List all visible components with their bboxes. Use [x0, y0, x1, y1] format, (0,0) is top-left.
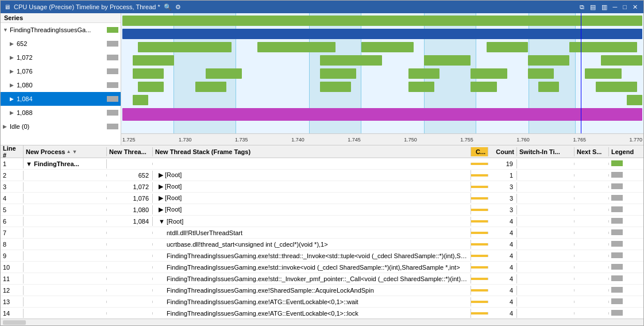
row-cpu — [471, 232, 488, 234]
table-row[interactable]: 3 1,072 ▶ [Root] 3 — [1, 181, 643, 193]
row-switchin — [517, 197, 574, 200]
maximize-button[interactable]: □ — [620, 3, 629, 11]
row-legend — [609, 297, 643, 306]
row-switchin — [517, 209, 574, 211]
table-row[interactable]: 2 652 ▶ [Root] 1 — [1, 170, 643, 181]
series-item-finding[interactable]: ▼ FindingThreadingIssuesGa... — [1, 23, 121, 37]
series-name-idle: Idle (0) — [10, 123, 107, 130]
track-1076 — [122, 54, 642, 67]
series-item-652[interactable]: ▶ 652 — [1, 37, 121, 51]
title-bar-left: 🖥 CPU Usage (Precise) Timeline by Proces… — [4, 3, 181, 11]
row-nexts — [574, 186, 609, 188]
col-header-stack[interactable]: New Thread Stack (Frame Tags) — [153, 147, 471, 156]
restore-button[interactable]: ⧉ — [577, 3, 587, 11]
filter-btn-process[interactable]: ▼ — [72, 149, 77, 155]
row-legend — [609, 194, 643, 203]
row-thread: 1,072 — [107, 182, 153, 191]
row-count: 3 — [488, 182, 517, 191]
row-process: ▼ FindingThrea... — [24, 159, 107, 168]
row-legend — [609, 309, 643, 318]
track-bar-1088b — [627, 95, 642, 105]
series-item-1084[interactable]: ▶ 1,084 — [1, 92, 121, 106]
track-bar-1080f — [528, 68, 554, 79]
series-item-idle[interactable]: ▶ Idle (0) — [1, 120, 121, 133]
row-process — [24, 255, 107, 257]
ruler-mark-3: 1.740 — [291, 137, 304, 143]
table-row[interactable]: 9 FindingThreadingIssuesGaming.exe!std::… — [1, 250, 643, 262]
table-row[interactable]: 10 FindingThreadingIssuesGaming.exe!std:… — [1, 262, 643, 273]
table-row[interactable]: 7 ntdll.dll!RtlUserThreadStart 4 — [1, 227, 643, 239]
table-row[interactable]: 6 1,084 ▼ [Root] 4 — [1, 216, 643, 227]
top-panel: Series ▼ FindingThreadingIssuesGa... ▶ 6… — [1, 13, 643, 145]
legend-swatch-gray — [611, 298, 623, 304]
col-header-count[interactable]: Count — [488, 147, 517, 156]
row-cpu — [471, 220, 488, 223]
col-header-nexts[interactable]: Next S... — [574, 147, 609, 156]
row-stack: FindingThreadingIssuesGaming.exe!std::th… — [153, 251, 471, 260]
horizontal-scrollbar[interactable] — [1, 319, 643, 325]
table-row[interactable]: 11 FindingThreadingIssuesGaming.exe!std:… — [1, 273, 643, 285]
row-nexts — [574, 232, 609, 234]
legend-swatch-gray — [611, 241, 623, 247]
title-bar-buttons: ⧉ ▤ ▥ ─ □ ✕ — [577, 3, 640, 11]
table-row[interactable]: 12 FindingThreadingIssuesGaming.exe!Shar… — [1, 285, 643, 296]
table-row[interactable]: 13 FindingThreadingIssuesGaming.exe!ATG:… — [1, 296, 643, 308]
col-header-cpu[interactable]: C... — [471, 147, 488, 156]
table-row[interactable]: 8 ucrtbase.dll!thread_start<unsigned int… — [1, 239, 643, 250]
table-body[interactable]: 1 ▼ FindingThrea... 19 2 652 ▶ [Root] 1 — [1, 158, 643, 319]
row-cpu — [471, 186, 488, 188]
series-name-1076: 1,076 — [17, 68, 107, 75]
scrollbar-thumb[interactable] — [3, 320, 26, 325]
gear-icon[interactable]: ⚙ — [175, 3, 181, 11]
tile-v-button[interactable]: ▥ — [599, 3, 610, 11]
minimize-button[interactable]: ─ — [611, 3, 620, 11]
col-header-switchin[interactable]: Switch-In Ti... — [517, 147, 574, 156]
table-row[interactable]: 4 1,076 ▶ [Root] 3 — [1, 193, 643, 204]
col-header-thread[interactable]: New Threa... — [107, 147, 153, 156]
row-cpu — [471, 266, 488, 269]
row-line: 8 — [1, 240, 24, 249]
table-row[interactable]: 1 ▼ FindingThrea... 19 — [1, 158, 643, 170]
row-thread — [107, 301, 153, 303]
legend-swatch-gray — [611, 195, 623, 201]
series-color-652 — [107, 41, 118, 47]
row-line: 6 — [1, 217, 24, 226]
track-bar-1080a — [133, 68, 164, 79]
series-item-1076[interactable]: ▶ 1,076 — [1, 64, 121, 78]
table-row[interactable]: 14 FindingThreadingIssuesGaming.exe!ATG:… — [1, 308, 643, 319]
track-bar-1084c — [320, 82, 351, 92]
row-thread: 1,076 — [107, 194, 153, 203]
row-process — [24, 243, 107, 246]
row-legend — [609, 274, 643, 283]
row-line: 2 — [1, 171, 24, 180]
track-bar-1080g — [585, 68, 621, 79]
chart-panel[interactable]: 1.725 1.730 1.735 1.740 1.745 1.750 1.75… — [121, 13, 643, 145]
tile-h-button[interactable]: ▤ — [588, 3, 598, 11]
ruler-mark-1: 1.730 — [179, 137, 192, 143]
series-item-1088[interactable]: ▶ 1,088 — [1, 106, 121, 120]
col-header-line[interactable]: Line # — [1, 145, 24, 160]
row-thread — [107, 163, 153, 165]
row-cpu — [471, 197, 488, 200]
track-1072 — [122, 41, 642, 53]
track-bar-1076e — [601, 55, 642, 66]
row-count: 4 — [488, 297, 517, 306]
series-item-1072[interactable]: ▶ 1,072 — [1, 51, 121, 64]
col-header-process[interactable]: New Process ▲ ▼ — [24, 147, 107, 156]
row-stack: FindingThreadingIssuesGaming.exe!std::in… — [153, 263, 471, 272]
track-bar-1072e — [569, 42, 637, 52]
title-bar: 🖥 CPU Usage (Precise) Timeline by Proces… — [1, 1, 643, 13]
row-stack: ▼ [Root] — [153, 217, 471, 226]
series-item-1080[interactable]: ▶ 1,080 — [1, 78, 121, 92]
table-row[interactable]: 5 1,080 ▶ [Root] 3 — [1, 204, 643, 216]
search-icon[interactable]: 🔍 — [164, 3, 172, 11]
row-line: 10 — [1, 263, 24, 272]
col-header-legend[interactable]: Legend — [609, 147, 643, 156]
row-switchin — [517, 289, 574, 292]
legend-swatch-green — [611, 160, 623, 166]
track-bar-1084g — [596, 82, 637, 92]
row-line: 12 — [1, 286, 24, 295]
row-nexts — [574, 209, 609, 211]
ruler-mark-0: 1.725 — [122, 137, 136, 143]
close-button[interactable]: ✕ — [630, 3, 640, 11]
